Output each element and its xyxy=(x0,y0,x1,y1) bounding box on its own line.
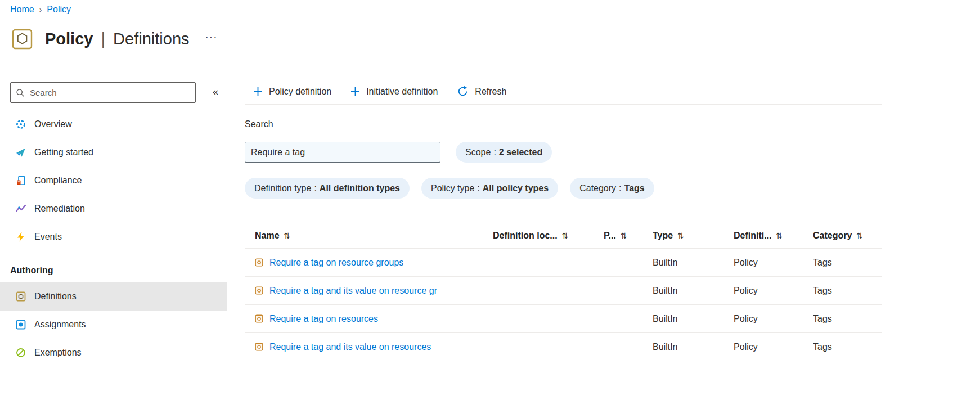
table-row: Require a tag on resources BuiltIn Polic… xyxy=(245,305,882,333)
more-options-button[interactable]: ··· xyxy=(205,30,218,43)
column-label: Definition loc... xyxy=(493,231,558,241)
pill-colon: : xyxy=(619,183,621,194)
pill-value: All policy types xyxy=(483,183,549,194)
policy-definition-icon xyxy=(255,286,263,295)
column-label: Type xyxy=(653,231,673,241)
sidebar-item-definitions[interactable]: Definitions xyxy=(0,282,227,311)
sidebar-item-label: Getting started xyxy=(34,147,93,158)
filter-search-label: Search xyxy=(245,119,273,129)
type-cell: BuiltIn xyxy=(653,258,734,268)
initiative-definition-button[interactable]: Initiative definition xyxy=(350,87,438,97)
column-header-policies[interactable]: P... ⇅ xyxy=(604,231,653,241)
plus-icon xyxy=(350,87,360,96)
policy-definition-icon xyxy=(255,258,263,267)
sidebar-search-input[interactable] xyxy=(29,87,190,98)
scope-filter-pill[interactable]: Scope : 2 selected xyxy=(456,142,552,163)
sort-icon: ⇅ xyxy=(856,231,863,240)
table-header-row: Name ⇅ Definition loc... ⇅ P... ⇅ Type ⇅… xyxy=(245,223,882,249)
definition-link[interactable]: Require a tag and its value on resources xyxy=(269,342,431,352)
category-cell: Tags xyxy=(813,286,882,296)
compliance-icon xyxy=(16,176,26,186)
sidebar-collapse-button[interactable]: « xyxy=(213,86,218,98)
definitions-icon xyxy=(16,291,26,302)
breadcrumb-separator-icon: › xyxy=(39,5,42,14)
assignments-icon xyxy=(16,320,26,330)
category-cell: Tags xyxy=(813,314,882,324)
column-label: Category xyxy=(813,231,852,241)
pill-name: Category xyxy=(579,183,616,194)
sidebar-item-exemptions[interactable]: Exemptions xyxy=(0,339,227,367)
sidebar-item-label: Overview xyxy=(34,119,72,129)
pill-value: All definition types xyxy=(320,183,400,194)
policy-type-filter-pill[interactable]: Policy type : All policy types xyxy=(421,178,558,199)
page-title-primary: Policy xyxy=(45,30,93,48)
sidebar: « Overview Getting started xyxy=(0,79,227,418)
column-label: Definiti... xyxy=(734,231,772,241)
pill-colon: : xyxy=(477,183,479,194)
column-header-definition-location[interactable]: Definition loc... ⇅ xyxy=(493,231,604,241)
sidebar-item-label: Compliance xyxy=(34,176,82,186)
refresh-label: Refresh xyxy=(475,87,506,97)
page-header: Policy | Definitions ··· xyxy=(11,26,218,52)
policy-definition-icon xyxy=(255,314,263,323)
main-content: Policy definition Initiative definition … xyxy=(245,79,882,418)
column-label: P... xyxy=(604,231,616,241)
definition-link[interactable]: Require a tag and its value on resource … xyxy=(269,286,437,296)
breadcrumb-home-link[interactable]: Home xyxy=(10,5,34,15)
pill-name: Scope xyxy=(465,147,491,158)
table-row: Require a tag on resource groups BuiltIn… xyxy=(245,249,882,277)
sidebar-item-getting-started[interactable]: Getting started xyxy=(0,138,227,167)
policy-definition-button[interactable]: Policy definition xyxy=(253,87,331,97)
sidebar-nav: Overview Getting started Compliance xyxy=(0,110,227,367)
page-title: Policy | Definitions xyxy=(45,30,190,48)
column-header-category[interactable]: Category ⇅ xyxy=(813,231,882,241)
sidebar-item-overview[interactable]: Overview xyxy=(0,110,227,138)
sort-icon: ⇅ xyxy=(562,231,569,240)
definition-type-cell: Policy xyxy=(734,286,813,296)
pill-name: Policy type xyxy=(431,183,474,194)
breadcrumb: Home › Policy xyxy=(10,5,71,15)
name-cell: Require a tag and its value on resource … xyxy=(245,286,493,296)
type-cell: BuiltIn xyxy=(653,342,734,352)
category-cell: Tags xyxy=(813,258,882,268)
pill-value: Tags xyxy=(624,183,645,194)
pill-name: Definition type xyxy=(254,183,311,194)
exemptions-icon xyxy=(16,348,26,358)
name-cell: Require a tag on resources xyxy=(245,314,493,324)
category-filter-pill[interactable]: Category : Tags xyxy=(570,178,654,199)
remediation-icon xyxy=(16,204,26,214)
column-header-definition-type[interactable]: Definiti... ⇅ xyxy=(734,231,813,241)
sidebar-item-label: Definitions xyxy=(34,291,77,302)
plus-icon xyxy=(253,87,263,96)
command-bar: Policy definition Initiative definition … xyxy=(245,79,882,105)
sidebar-item-compliance[interactable]: Compliance xyxy=(0,167,227,195)
breadcrumb-policy-link[interactable]: Policy xyxy=(47,5,71,15)
column-label: Name xyxy=(255,231,280,241)
sidebar-item-label: Remediation xyxy=(34,204,85,214)
sidebar-item-events[interactable]: Events xyxy=(0,223,227,251)
definition-type-cell: Policy xyxy=(734,258,813,268)
table-row: Require a tag and its value on resources… xyxy=(245,333,882,361)
initiative-definition-label: Initiative definition xyxy=(366,87,438,97)
getting-started-icon xyxy=(16,147,26,158)
pill-colon: : xyxy=(493,147,496,158)
sidebar-search-box xyxy=(10,82,196,103)
sort-icon: ⇅ xyxy=(621,231,627,240)
sidebar-item-remediation[interactable]: Remediation xyxy=(0,195,227,223)
refresh-icon xyxy=(457,86,469,97)
definition-type-filter-pill[interactable]: Definition type : All definition types xyxy=(245,178,410,199)
definition-link[interactable]: Require a tag on resources xyxy=(269,314,378,324)
sidebar-item-label: Assignments xyxy=(34,320,86,330)
refresh-button[interactable]: Refresh xyxy=(457,86,506,97)
definition-type-cell: Policy xyxy=(734,342,813,352)
policy-icon xyxy=(11,26,34,52)
column-header-type[interactable]: Type ⇅ xyxy=(653,231,734,241)
definition-search-input[interactable] xyxy=(245,142,440,163)
column-header-name[interactable]: Name ⇅ xyxy=(245,231,493,241)
policy-definition-label: Policy definition xyxy=(269,87,331,97)
sidebar-item-label: Events xyxy=(34,232,62,242)
sort-icon: ⇅ xyxy=(677,231,684,240)
definition-link[interactable]: Require a tag on resource groups xyxy=(269,258,403,268)
page-title-secondary: Definitions xyxy=(113,30,189,48)
sidebar-item-assignments[interactable]: Assignments xyxy=(0,311,227,339)
